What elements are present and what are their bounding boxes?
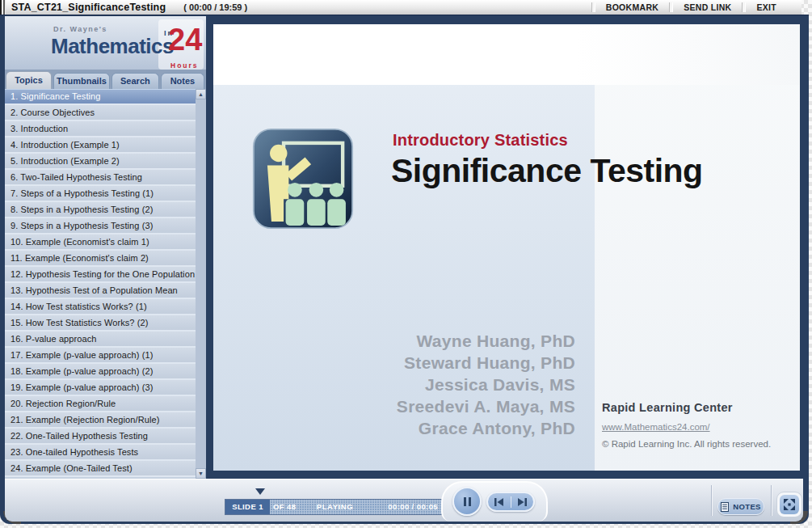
topic-item[interactable]: 13. Hypothesis Test of a Population Mean: [5, 283, 196, 299]
authors-list: Wayne Huang, PhD Steward Huang, PhD Jess…: [397, 330, 575, 439]
topic-item[interactable]: 5. Introduction (Example 2): [5, 154, 196, 170]
logo-tagline: Dr. Wayne's: [53, 25, 107, 33]
sidebar-tabs: Topics Thumbnails Search Notes: [5, 70, 206, 89]
bookmark-button[interactable]: BOOKMARK: [595, 2, 669, 12]
brand-block: Rapid Learning Center www.Mathematics24.…: [602, 401, 793, 449]
topic-item[interactable]: 10. Example (Economist's claim 1): [5, 234, 196, 251]
pause-button[interactable]: [452, 487, 482, 516]
topic-item[interactable]: 16. P-value approach: [5, 332, 196, 348]
author: Steward Huang, PhD: [397, 352, 575, 374]
previous-slide-button[interactable]: [488, 493, 511, 510]
send-link-button[interactable]: SEND LINK: [673, 2, 742, 12]
tab-search[interactable]: Search: [111, 73, 159, 89]
topic-item[interactable]: 18. Example (p-value approach) (2): [5, 364, 196, 380]
slide-title: Significance Testing: [391, 152, 703, 190]
scroll-down-icon: ▼: [198, 471, 204, 476]
control-bar-divider: [711, 485, 712, 516]
total-slides-label: OF 48: [273, 500, 296, 514]
topic-item[interactable]: 17. Example (p-value approach) (1): [5, 348, 196, 364]
website-link[interactable]: www.Mathematics24.com/: [602, 422, 793, 432]
pause-icon: [464, 497, 471, 506]
author: Sreedevi A. Maya, MS: [397, 395, 575, 417]
scroll-up-icon: ▲: [198, 91, 204, 97]
logo-24-number: 24: [168, 24, 202, 55]
titlebar-actions: BOOKMARK SEND LINK EXIT: [591, 0, 787, 15]
brand-logo: Dr. Wayne's Mathematics In 24 Hours: [5, 16, 206, 70]
logo-hours-word: Hours: [170, 61, 199, 70]
topic-item[interactable]: 15. How Test Statistics Works? (2): [5, 315, 196, 332]
slide-top-band: [213, 24, 800, 85]
topic-item[interactable]: 7. Steps of a Hypothesis Testing (1): [5, 186, 196, 202]
logo-brand-name: Mathematics: [51, 34, 174, 59]
topic-item[interactable]: 12. Hypothesis Testing for the One Popul…: [5, 267, 196, 283]
window-grip: [0, 0, 6, 15]
slide-progress-strip[interactable]: PLAYING SLIDE 1 OF 48 00:00 / 00:05: [225, 499, 445, 515]
tab-notes[interactable]: Notes: [161, 73, 204, 89]
topic-item[interactable]: 6. Two-Tailed Hypothesis Testing: [5, 170, 196, 186]
topic-item[interactable]: 4. Introduction (Example 1): [5, 137, 196, 154]
topic-item[interactable]: 3. Introduction: [5, 121, 196, 137]
author: Jessica Davis, MS: [397, 374, 575, 395]
topic-item[interactable]: 14. How Test statistics Works? (1): [5, 299, 196, 315]
slide-stepper: [486, 492, 535, 512]
sidebar: Dr. Wayne's Mathematics In 24 Hours Topi…: [5, 16, 206, 479]
clip-time: 00:00 / 00:05: [388, 500, 438, 514]
course-elapsed-time: ( 00:00 / 19:59 ): [183, 2, 247, 12]
playhead-marker-icon[interactable]: [255, 488, 265, 495]
fullscreen-button[interactable]: [776, 492, 802, 517]
author: Grace Antony, PhD: [397, 417, 575, 439]
course-player-window: STA_CT21_SignificanceTesting ( 00:00 / 1…: [0, 0, 812, 528]
notes-button-label: NOTES: [733, 502, 761, 511]
topic-item[interactable]: 23. One-tailed Hypothesis Tests: [5, 445, 196, 461]
next-icon: [517, 498, 528, 506]
course-title: STA_CT21_SignificanceTesting: [11, 2, 166, 13]
topic-item[interactable]: 2. Course Objectives: [5, 105, 196, 121]
copyright-text: © Rapid Learning Inc. All rights reserve…: [602, 439, 793, 449]
slide-canvas: Introductory Statistics Significance Tes…: [213, 24, 800, 471]
control-bar-divider: [771, 485, 772, 516]
classroom-presenter-icon: [252, 126, 354, 231]
topic-item[interactable]: 20. Rejection Region/Rule: [5, 396, 196, 412]
topic-item[interactable]: 22. One-Tailed Hypothesis Testing: [5, 429, 196, 445]
topic-item[interactable]: 21. Example (Rejection Region/Rule): [5, 412, 196, 429]
scroll-up-button[interactable]: ▲: [196, 89, 206, 99]
topics-list: 1. Significance Testing2. Course Objecti…: [5, 89, 196, 479]
brand-name: Rapid Learning Center: [602, 401, 793, 414]
author: Wayne Huang, PhD: [397, 330, 575, 352]
fullscreen-icon: [780, 495, 799, 514]
topic-item[interactable]: 19. Example (p-value approach) (3): [5, 380, 196, 396]
next-slide-button[interactable]: [511, 493, 534, 510]
topic-item[interactable]: 8. Steps in a Hypothesis Testing (2): [5, 202, 196, 218]
slide-eyebrow: Introductory Statistics: [393, 131, 568, 150]
topics-scrollbar[interactable]: ▲ ▼: [196, 89, 206, 479]
notes-button[interactable]: NOTES: [717, 498, 764, 515]
topic-item[interactable]: 9. Steps in a Hypothesis Testing (3): [5, 218, 196, 234]
tab-topics[interactable]: Topics: [6, 71, 52, 89]
notes-icon: [721, 502, 729, 512]
scroll-down-button[interactable]: ▼: [196, 468, 206, 479]
topic-item[interactable]: 11. Example (Economist's claim 2): [5, 251, 196, 267]
tab-thumbnails[interactable]: Thumbnails: [53, 73, 110, 89]
titlebar: STA_CT21_SignificanceTesting ( 00:00 / 1…: [0, 0, 801, 15]
current-slide-label: SLIDE 1: [225, 500, 270, 514]
exit-button[interactable]: EXIT: [746, 2, 787, 12]
topic-item[interactable]: 24. Example (One-Tailed Test): [5, 461, 196, 477]
topic-item[interactable]: 1. Significance Testing: [5, 89, 196, 105]
previous-icon: [494, 498, 504, 506]
topics-list-wrapper: 1. Significance Testing2. Course Objecti…: [5, 89, 206, 479]
